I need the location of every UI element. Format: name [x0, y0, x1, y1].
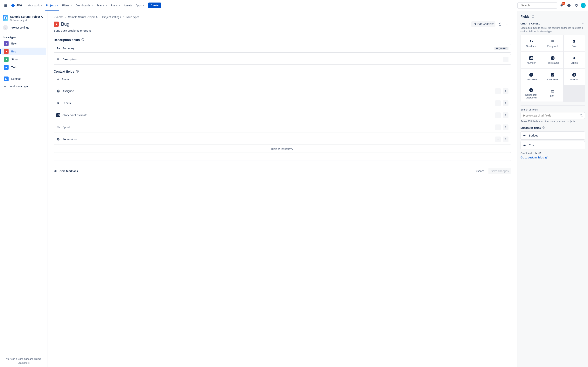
expand-button[interactable]: [503, 100, 509, 106]
sidebar-item-task[interactable]: Task: [1, 64, 46, 71]
expand-button[interactable]: [503, 88, 509, 94]
sidebar-heading-issue-types: Issue types: [0, 35, 47, 39]
more-actions-button[interactable]: [505, 21, 511, 27]
profile-avatar[interactable]: CJ: [581, 3, 586, 8]
breadcrumbs: Projects/Sample Scrum Project A/Project …: [54, 16, 511, 19]
chevron-down-icon: [105, 4, 107, 6]
nav-item-assets[interactable]: Assets: [122, 3, 134, 8]
discard-button[interactable]: Discard: [473, 168, 486, 174]
restrictions-button[interactable]: [497, 21, 503, 27]
status-field[interactable]: Status: [54, 76, 72, 83]
expand-button[interactable]: [503, 112, 509, 118]
create-field-toggle[interactable]: CREATE A FIELD: [520, 22, 585, 25]
field-row-summary[interactable]: Aa Summary REQUIRED: [54, 44, 511, 53]
field-row-labels[interactable]: Labels: [54, 98, 511, 108]
sidebar-item-epic[interactable]: Epic: [1, 40, 46, 47]
chevron-right-icon: [504, 114, 507, 117]
create-button[interactable]: Create: [148, 2, 161, 8]
expand-button[interactable]: [503, 57, 509, 62]
global-search-input[interactable]: [521, 4, 555, 7]
expand-button[interactable]: [503, 136, 509, 142]
search-fields-box[interactable]: [520, 112, 585, 119]
workflow-icon: [473, 23, 476, 26]
add-issue-type-button[interactable]: Add issue type: [0, 83, 47, 90]
project-header[interactable]: Sample Scrum Project A Software project: [0, 11, 47, 23]
global-search[interactable]: [518, 2, 557, 8]
svg-point-50: [498, 127, 498, 127]
field-more-button[interactable]: [495, 100, 501, 106]
more-icon: [506, 22, 510, 26]
save-changes-button[interactable]: Save changes: [488, 168, 511, 174]
field-type-checkbox[interactable]: Checkbox: [542, 68, 563, 85]
info-icon[interactable]: [542, 126, 545, 130]
help-button[interactable]: ?: [566, 2, 572, 8]
field-row-story-point-estimate[interactable]: 123 Story point estimate: [54, 110, 511, 120]
field-type-url[interactable]: URL: [542, 85, 563, 101]
search-fields-input[interactable]: [523, 114, 578, 117]
chevron-down-icon: [118, 4, 120, 6]
chevron-right-icon: [504, 126, 507, 129]
nav-item-projects[interactable]: Projects: [44, 3, 60, 8]
field-type-time-stamp[interactable]: Time stamp: [542, 52, 563, 68]
go-to-custom-fields-link[interactable]: Go to custom fields: [520, 156, 548, 159]
settings-button[interactable]: [573, 2, 579, 8]
hidden-field-placeholder[interactable]: [54, 152, 511, 161]
field-row-assignee[interactable]: Assignee: [54, 86, 511, 96]
more-icon: [497, 114, 499, 117]
external-link-icon: [545, 156, 548, 159]
sidebar-item-story[interactable]: Story: [1, 56, 46, 63]
field-more-button[interactable]: [495, 88, 501, 94]
breadcrumb-issue-types[interactable]: Issue types: [126, 16, 139, 19]
info-icon[interactable]: [531, 15, 535, 19]
suggested-field-budget[interactable]: AaBudget: [520, 132, 585, 140]
nav-item-dashboards[interactable]: Dashboards: [74, 3, 95, 8]
field-type-paragraph[interactable]: Paragraph: [542, 35, 563, 51]
field-type-labels[interactable]: Labels: [564, 52, 585, 68]
suggested-field-cost[interactable]: AaCost: [520, 141, 585, 149]
info-icon[interactable]: [76, 70, 79, 73]
date-icon: [572, 39, 577, 44]
svg-point-46: [498, 115, 498, 115]
nav-item-filters[interactable]: Filters: [61, 3, 74, 8]
field-type-short-text[interactable]: AaShort text: [521, 35, 542, 51]
svg-rect-16: [5, 79, 6, 80]
app-switcher-icon[interactable]: [2, 2, 9, 8]
sidebar-item-subtask[interactable]: Subtask: [1, 75, 46, 83]
gear-icon: [574, 3, 578, 7]
svg-rect-22: [499, 24, 501, 25]
nav-item-apps[interactable]: Apps: [134, 3, 146, 8]
info-icon[interactable]: [81, 38, 84, 42]
page-title: Bug: [61, 21, 69, 27]
field-row-sprint[interactable]: Sprint: [54, 122, 511, 133]
breadcrumb-sample-scrum-project-a[interactable]: Sample Scrum Project A: [68, 16, 98, 19]
field-type-date[interactable]: Date: [564, 35, 585, 51]
field-row-description[interactable]: Description: [54, 54, 511, 65]
breadcrumb-projects[interactable]: Projects: [54, 16, 64, 19]
edit-workflow-button[interactable]: Edit workflow: [471, 21, 495, 27]
dropdown-icon: [56, 137, 60, 141]
breadcrumb-project-settings[interactable]: Project settings: [102, 16, 121, 19]
nav-item-teams[interactable]: Teams: [95, 3, 109, 8]
sidebar-item-bug[interactable]: Bug: [1, 48, 46, 55]
field-row-fix-versions[interactable]: Fix versions: [54, 134, 511, 144]
svg-point-37: [58, 90, 59, 91]
give-feedback-button[interactable]: Give feedback: [54, 169, 78, 173]
sidebar-learn-more-link[interactable]: Learn more: [3, 362, 44, 364]
field-more-button[interactable]: [495, 125, 501, 130]
jira-logo[interactable]: Jira: [9, 3, 23, 8]
field-more-button[interactable]: [495, 136, 501, 142]
expand-button[interactable]: [503, 125, 509, 130]
nav-item-plans[interactable]: Plans: [109, 3, 122, 8]
svg-point-0: [4, 4, 5, 4]
field-more-button[interactable]: [495, 112, 501, 118]
field-type-dependent-dropdown[interactable]: Dependent dropdown: [521, 85, 542, 101]
svg-point-3: [4, 5, 5, 6]
notifications-button[interactable]: 9+: [558, 2, 565, 8]
field-type-people[interactable]: People: [564, 68, 585, 85]
nav-item-your-work[interactable]: Your work: [26, 3, 44, 8]
field-type-number[interactable]: 123Number: [521, 52, 542, 68]
field-type-dropdown[interactable]: Dropdown: [521, 68, 542, 85]
sidebar-resize-handle[interactable]: [47, 11, 48, 367]
project-type: Software project: [10, 19, 43, 22]
back-to-project-settings[interactable]: Project settings: [0, 23, 47, 32]
